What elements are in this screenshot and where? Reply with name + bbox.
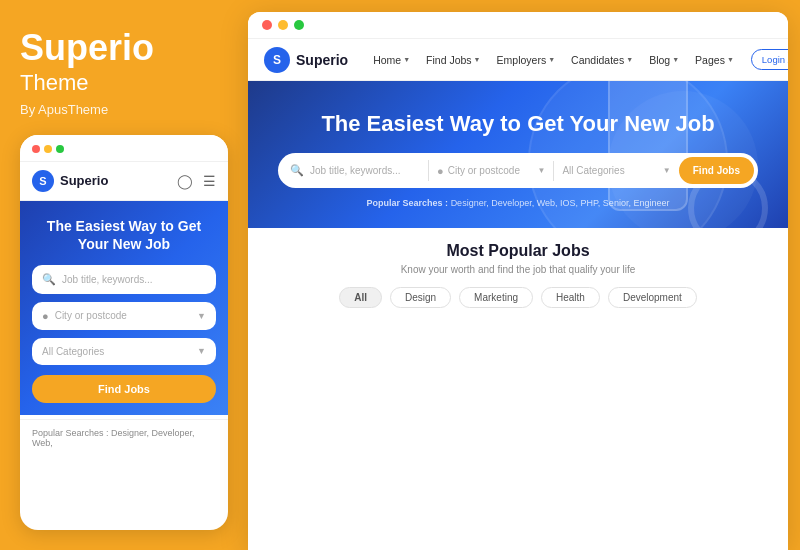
hero-location-field[interactable]: ● City or postcode ▼ [429,161,554,181]
menu-icon[interactable]: ☰ [203,173,216,189]
hero-search-icon: 🔍 [290,164,304,177]
mobile-category-text: All Categories [42,346,104,357]
win-dot-yellow [278,20,288,30]
mobile-search-box[interactable]: 🔍 Job title, keywords... [32,265,216,294]
hero-category-field[interactable]: All Categories ▼ [554,161,678,180]
mobile-location-arrow: ▼ [197,311,206,321]
hero-location-icon: ● [437,165,444,177]
left-panel: Superio Theme By ApusTheme S Superio ◯ ☰… [0,0,248,550]
desktop-logo-area: S Superio [264,47,348,73]
mobile-hero: The Easiest Way to Get Your New Job 🔍 Jo… [20,201,228,415]
mobile-dot-green [56,145,64,153]
nav-item-blog[interactable]: Blog ▼ [642,50,686,70]
desktop-window-bar [248,12,788,39]
desktop-nav-actions: Login / Register Add Job [751,49,788,70]
tab-development[interactable]: Development [608,287,697,308]
mobile-logo-icon: S [32,170,54,192]
mobile-dot-yellow [44,145,52,153]
mobile-location-left: ● City or postcode [42,310,127,322]
nav-item-find-jobs[interactable]: Find Jobs ▼ [419,50,487,70]
desktop-bottom-section: Most Popular Jobs Know your worth and fi… [248,228,788,550]
blog-chevron: ▼ [672,56,679,63]
win-dot-red [262,20,272,30]
hero-search-field[interactable]: 🔍 Job title, keywords... [290,160,429,181]
desktop-hero: The Easiest Way to Get Your New Job 🔍 Jo… [248,81,788,228]
candidates-chevron: ▼ [626,56,633,63]
nav-item-employers[interactable]: Employers ▼ [490,50,563,70]
mobile-search-placeholder: Job title, keywords... [62,274,153,285]
desktop-navbar: S Superio Home ▼ Find Jobs ▼ Employers ▼… [248,39,788,81]
mobile-hero-title: The Easiest Way to Get Your New Job [32,217,216,253]
brand-title: Superio [20,28,228,68]
nav-item-home[interactable]: Home ▼ [366,50,417,70]
tab-design[interactable]: Design [390,287,451,308]
job-category-tabs: All Design Marketing Health Development [268,287,768,308]
hero-location-placeholder: City or postcode [448,165,534,176]
hero-search-placeholder: Job title, keywords... [310,165,401,176]
mobile-mockup: S Superio ◯ ☰ The Easiest Way to Get You… [20,135,228,530]
hero-title: The Easiest Way to Get Your New Job [268,111,768,137]
find-jobs-chevron: ▼ [474,56,481,63]
mobile-nav-bar: S Superio ◯ ☰ [20,162,228,201]
mobile-window-bar [20,135,228,162]
tab-marketing[interactable]: Marketing [459,287,533,308]
user-icon[interactable]: ◯ [177,173,193,189]
tab-health[interactable]: Health [541,287,600,308]
hero-phone-decoration [608,81,688,211]
win-dot-green [294,20,304,30]
pages-chevron: ▼ [727,56,734,63]
nav-item-candidates[interactable]: Candidates ▼ [564,50,640,70]
mobile-category-arrow: ▼ [197,346,206,356]
mobile-find-jobs-button[interactable]: Find Jobs [32,375,216,403]
hero-find-jobs-button[interactable]: Find Jobs [679,157,754,184]
mobile-category-box[interactable]: All Categories ▼ [32,338,216,365]
hero-popular-label: Popular Searches : [367,198,449,208]
mobile-search-icon: 🔍 [42,273,56,286]
mobile-nav-icons: ◯ ☰ [177,173,216,189]
bottom-section-title: Most Popular Jobs [268,242,768,260]
home-chevron: ▼ [403,56,410,63]
hero-popular-searches: Popular Searches : Designer, Developer, … [268,198,768,208]
desktop-logo-text: Superio [296,52,348,68]
mobile-logo-text: Superio [60,173,108,188]
mobile-popular-searches: Popular Searches : Designer, Developer, … [20,419,228,452]
hero-location-arrow: ▼ [537,166,545,175]
hero-search-row: 🔍 Job title, keywords... ● City or postc… [278,153,758,188]
mobile-dot-red [32,145,40,153]
brand-subtitle: Theme [20,70,228,96]
desktop-logo-icon: S [264,47,290,73]
mobile-logo-area: S Superio [32,170,108,192]
hero-popular-tags: Designer, Developer, Web, IOS, PHP, Seni… [451,198,670,208]
hero-category-placeholder: All Categories [562,165,658,176]
mobile-location-text: City or postcode [55,310,127,321]
desktop-nav-items: Home ▼ Find Jobs ▼ Employers ▼ Candidate… [366,50,741,70]
login-register-button[interactable]: Login / Register [751,49,788,70]
brand-by: By ApusTheme [20,102,228,117]
tab-all[interactable]: All [339,287,382,308]
mobile-traffic-lights [32,145,64,153]
nav-item-pages[interactable]: Pages ▼ [688,50,741,70]
right-panel: S Superio Home ▼ Find Jobs ▼ Employers ▼… [248,12,788,550]
employers-chevron: ▼ [548,56,555,63]
mobile-location-icon: ● [42,310,49,322]
hero-category-arrow: ▼ [663,166,671,175]
bottom-section-subtitle: Know your worth and find the job that qu… [268,264,768,275]
mobile-location-box[interactable]: ● City or postcode ▼ [32,302,216,330]
